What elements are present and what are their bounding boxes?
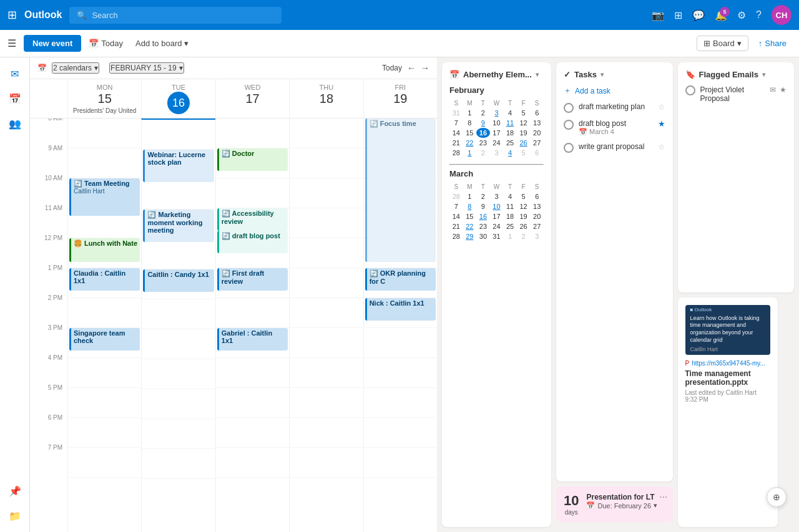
avatar[interactable]: CH (772, 5, 792, 25)
email-flag-icon[interactable]: ★ (780, 85, 787, 94)
add-to-board-button[interactable]: Add to board ▾ (130, 36, 194, 51)
top-nav-right: 📷 ⊞ 💬 🔔 5 ⚙ ? CH (652, 5, 792, 25)
ppt-icon: P (685, 360, 690, 367)
task-checkbox-1[interactable] (564, 103, 574, 113)
video-call-icon[interactable]: 📷 (652, 9, 664, 21)
event-accessibility[interactable]: 🔄 Accessibility review (217, 208, 288, 231)
board-chevron: ▾ (737, 39, 742, 48)
calendar-icon: 📅 (89, 39, 99, 48)
reminder-more-button[interactable]: ··· (659, 491, 667, 503)
prev-arrow[interactable]: ← (407, 63, 416, 73)
today-button[interactable]: 📅 Today (84, 36, 128, 51)
main-content: ✉ 📅 👥 📌 📁 📅 2 calendars ▾ FEBRUARY 15 - … (0, 57, 799, 532)
share-button[interactable]: ↑ Share (753, 36, 792, 51)
task-item-1: draft marketing plan ☆ (564, 102, 665, 113)
apps-icon[interactable]: ⊞ (7, 8, 17, 22)
event-focus-time[interactable]: 🔄 Focus time (365, 118, 436, 262)
grid-icon[interactable]: ⊞ (674, 9, 682, 21)
secondary-nav: ☰ New event 📅 Today Add to board ▾ ⊞ Boa… (0, 30, 799, 57)
presentation-url[interactable]: P https://m365x947445-my... (685, 360, 770, 367)
board-icon: ⊞ (703, 39, 710, 48)
event-claudia-1x1[interactable]: Claudia : Caitlin 1x1 (69, 268, 140, 291)
sidebar-item-mail[interactable]: ✉ (4, 62, 26, 85)
flagged-email-1: Project Violet Proposal ✉ ★ (685, 85, 787, 103)
task-item-2: draft blog post 📅 March 4 ★ (564, 119, 665, 136)
tasks-panel-header: ✓ Tasks ▾ (564, 70, 665, 79)
search-bar: 🔍 (69, 7, 282, 24)
calendar-panel-chevron[interactable]: ▾ (536, 71, 539, 78)
zoom-button[interactable]: ⊕ (767, 487, 787, 507)
task-checkbox-2[interactable] (564, 120, 574, 130)
calendars-dropdown[interactable]: 2 calendars ▾ (52, 62, 99, 74)
day-head-tue: TUE 16 (141, 79, 215, 118)
next-arrow[interactable]: → (421, 63, 429, 73)
day-col-tue: Webinar: Lucerne stock plan 🔄 Marketing … (141, 118, 215, 532)
presentation-title: Time management presentation.pptx (685, 369, 770, 387)
date-range-dropdown[interactable]: FEBRUARY 15 - 19 ▾ (109, 62, 184, 74)
sidebar-item-tasks[interactable]: 📌 (4, 480, 26, 502)
flagged-emails-chevron[interactable]: ▾ (762, 71, 765, 78)
due-calendar-icon: 📅 (586, 501, 595, 510)
settings-icon[interactable]: ⚙ (737, 9, 746, 21)
add-task-plus: ＋ (564, 85, 571, 96)
calendar-panel-header: 📅 Abernethy Elem... ▾ (449, 70, 544, 79)
task-star-1[interactable]: ☆ (658, 102, 665, 112)
time-grid: 8 AM 9 AM 10 AM 11 AM 12 PM 1 PM 2 PM 3 … (30, 118, 437, 532)
event-team-meeting[interactable]: 🔄 Team Meeting Caitlin Hart (69, 178, 140, 216)
event-nick-1x1[interactable]: Nick : Caitlin 1x1 (365, 298, 436, 321)
top-nav: ⊞ Outlook 🔍 📷 ⊞ 💬 🔔 5 ⚙ ? CH (0, 0, 799, 30)
search-icon: 🔍 (77, 11, 87, 20)
chat-icon[interactable]: 💬 (692, 9, 705, 21)
email-reply-icon[interactable]: ✉ (770, 85, 776, 94)
day-head-thu: THU 18 (289, 79, 363, 118)
day-head-wed: WED 17 (215, 79, 289, 118)
add-task-button[interactable]: ＋ Add a task (564, 85, 665, 96)
task-star-2[interactable]: ★ (658, 119, 665, 128)
event-first-draft[interactable]: 🔄 First draft review (217, 268, 288, 291)
calendar-panel-icon: 📅 (449, 70, 459, 79)
event-caitlin-candy[interactable]: Caitlin : Candy 1x1 (143, 269, 213, 292)
day-cols: 🔄 Team Meeting Caitlin Hart 🍔 Lunch with… (67, 118, 437, 532)
day-head-fri: FRI 19 (363, 79, 437, 118)
sidebar-item-files[interactable]: 📁 (4, 505, 26, 527)
help-icon[interactable]: ? (756, 9, 762, 21)
day-col-thu (289, 118, 363, 532)
event-doctor[interactable]: 🔄 Doctor (217, 148, 288, 171)
flag-icon: 🔖 (685, 70, 695, 79)
time-labels: 8 AM 9 AM 10 AM 11 AM 12 PM 1 PM 2 PM 3 … (30, 118, 67, 532)
event-okr-planning[interactable]: 🔄 OKR planning for C (365, 268, 436, 291)
event-marketing-moment[interactable]: 🔄 Marketing moment working meeting (143, 210, 213, 242)
flagged-checkbox[interactable] (685, 85, 695, 95)
sidebar-item-calendar[interactable]: 📅 (4, 87, 26, 110)
mini-cal-march: March SMTWTFS 28 1 2 3 4 5 6 (449, 169, 544, 241)
due-chevron: ▾ (654, 501, 657, 510)
tasks-chevron[interactable]: ▾ (600, 71, 604, 78)
search-input[interactable] (92, 11, 274, 20)
hamburger-menu[interactable]: ☰ (7, 37, 16, 49)
day-columns-header: MON 15 Presidents' Day United TUE 16 WED… (30, 79, 437, 118)
event-lunch-nate[interactable]: 🍔 Lunch with Nate (69, 238, 140, 262)
event-webinar[interactable]: Webinar: Lucerne stock plan (143, 150, 213, 182)
new-event-button[interactable]: New event (24, 35, 81, 52)
cal-nav-right: Today ← → (382, 63, 429, 73)
cal-today-btn[interactable]: Today (382, 64, 402, 72)
share-icon: ↑ (758, 39, 763, 48)
sidebar-item-people[interactable]: 👥 (4, 112, 26, 135)
presentation-thumbnail[interactable]: ■ Outlook Learn how Outlook is taking ti… (685, 305, 770, 355)
task-checkbox-3[interactable] (564, 143, 574, 153)
reminder-card: 10 days Presentation for LT 📅 Due: Febru… (556, 486, 673, 522)
left-sidebar: ✉ 📅 👥 📌 📁 (0, 57, 30, 532)
chevron-down-icon: ▾ (184, 39, 189, 48)
day-col-wed: 🔄 Doctor 🔄 Accessibility review 🔄 draft … (215, 118, 289, 532)
event-singapore[interactable]: Singapore team check (69, 328, 140, 351)
notification-badge: 5 (720, 7, 730, 17)
task-star-3[interactable]: ☆ (658, 142, 665, 152)
task-item-3: write grant proposal ☆ (564, 142, 665, 153)
presentation-panel: ■ Outlook Learn how Outlook is taking ti… (678, 297, 778, 528)
event-gabriel-1x1[interactable]: Gabriel : Caitlin 1x1 (217, 328, 288, 351)
flagged-emails-header: 🔖 Flagged Emails ▾ (685, 70, 787, 79)
event-draft-blog[interactable]: 🔄 draft blog post (217, 231, 288, 253)
board-button[interactable]: ⊞ Board ▾ (697, 36, 748, 51)
notification-bell[interactable]: 🔔 5 (715, 9, 727, 21)
date-range-chevron: ▾ (179, 64, 183, 72)
